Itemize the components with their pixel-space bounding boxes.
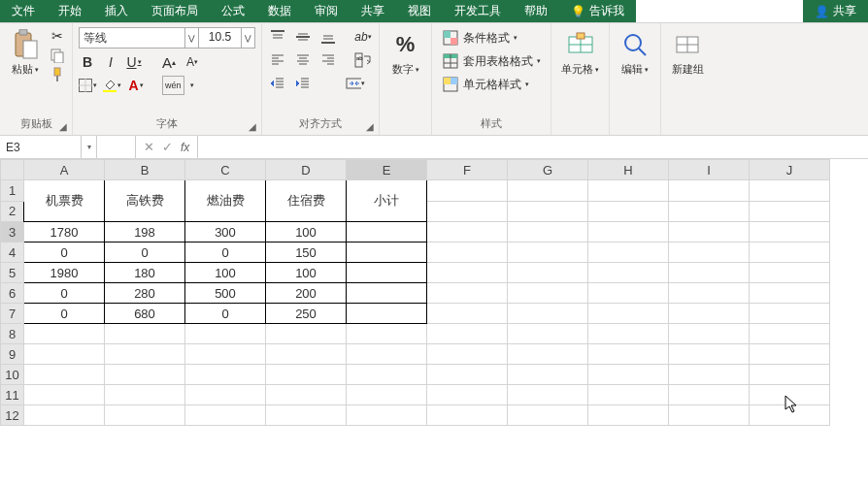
cell[interactable]	[669, 263, 750, 283]
cell[interactable]	[508, 180, 588, 202]
name-box[interactable]: E3	[0, 136, 82, 158]
cell[interactable]	[588, 365, 669, 385]
column-header[interactable]: B	[105, 160, 185, 180]
table-data-cell[interactable]: 180	[105, 263, 185, 283]
cell[interactable]	[347, 344, 427, 365]
column-header[interactable]: G	[508, 160, 588, 180]
column-header[interactable]: I	[669, 160, 750, 180]
italic-button[interactable]: I	[102, 52, 119, 72]
font-name-dropdown[interactable]: ⋁	[185, 27, 199, 48]
cell[interactable]	[266, 344, 347, 365]
cell[interactable]	[588, 242, 669, 263]
cell[interactable]	[427, 263, 508, 283]
table-data-cell[interactable]	[347, 242, 427, 263]
cell[interactable]	[24, 385, 105, 405]
cell[interactable]	[427, 385, 508, 405]
font-color-button[interactable]: A▾	[127, 76, 145, 95]
table-header-cell[interactable]: 小计	[347, 180, 427, 222]
cell[interactable]	[669, 201, 750, 222]
cell[interactable]	[105, 344, 185, 365]
cell[interactable]	[750, 304, 830, 324]
select-all-corner[interactable]	[1, 160, 24, 180]
cell[interactable]	[427, 365, 508, 385]
column-header[interactable]: C	[185, 160, 266, 180]
cell[interactable]	[427, 180, 508, 202]
align-right-button[interactable]	[318, 50, 338, 70]
align-center-button[interactable]	[293, 50, 313, 70]
table-header-cell[interactable]: 燃油费	[185, 180, 266, 222]
cell[interactable]	[669, 365, 750, 385]
format-as-table-button[interactable]: 套用表格格式 ▾	[438, 50, 545, 72]
borders-button[interactable]: ▾	[79, 76, 97, 95]
font-dialog-launcher[interactable]: ◢	[246, 119, 259, 133]
cell[interactable]	[105, 324, 185, 344]
row-header[interactable]: 1	[1, 180, 24, 202]
tab-formulas[interactable]: 公式	[210, 0, 256, 22]
cell[interactable]	[508, 304, 588, 324]
tab-view[interactable]: 视图	[396, 0, 443, 22]
cell[interactable]	[669, 283, 750, 304]
column-header[interactable]: J	[750, 160, 830, 180]
cell[interactable]	[750, 201, 830, 222]
cell[interactable]	[669, 222, 750, 242]
cell[interactable]	[105, 385, 185, 405]
worksheet-grid[interactable]: ABCDEFGHIJ1机票费高铁费燃油费住宿费小计231780198300100…	[0, 159, 868, 426]
table-header-cell[interactable]: 住宿费	[266, 180, 347, 222]
copy-button[interactable]	[49, 47, 66, 64]
table-data-cell[interactable]: 0	[24, 242, 105, 263]
table-data-cell[interactable]: 0	[105, 242, 185, 263]
row-header[interactable]: 3	[1, 222, 24, 242]
tab-help[interactable]: 帮助	[513, 0, 559, 22]
cell[interactable]	[669, 344, 750, 365]
merge-button[interactable]: ▾	[346, 74, 365, 93]
cell[interactable]	[750, 222, 830, 242]
wrap-text-button[interactable]: ab	[353, 50, 373, 70]
align-bottom-button[interactable]	[318, 27, 338, 47]
share-button[interactable]: 👤 共享	[803, 0, 868, 22]
cell[interactable]	[347, 324, 427, 344]
tab-review[interactable]: 审阅	[303, 0, 350, 22]
cell[interactable]	[750, 283, 830, 304]
tab-file[interactable]: 文件	[0, 0, 47, 22]
cell[interactable]	[588, 324, 669, 344]
cell[interactable]	[185, 365, 266, 385]
cell[interactable]	[588, 385, 669, 405]
cell[interactable]	[508, 365, 588, 385]
cell[interactable]	[347, 405, 427, 426]
cell[interactable]	[185, 385, 266, 405]
tab-tell-me[interactable]: 💡 告诉我	[559, 0, 636, 22]
cell[interactable]	[427, 201, 508, 222]
table-data-cell[interactable]: 280	[105, 283, 185, 304]
paste-button[interactable]: 粘贴 ▾	[6, 27, 45, 79]
table-data-cell[interactable]: 0	[185, 304, 266, 324]
table-data-cell[interactable]: 0	[24, 304, 105, 324]
cell[interactable]	[588, 405, 669, 426]
tab-share[interactable]: 共享	[350, 0, 396, 22]
orientation-button[interactable]: ab▾	[353, 27, 373, 47]
cell[interactable]	[669, 405, 750, 426]
underline-button[interactable]: U▾	[125, 52, 143, 72]
cell[interactable]	[588, 222, 669, 242]
table-data-cell[interactable]: 0	[185, 242, 266, 263]
table-data-cell[interactable]: 300	[185, 222, 266, 242]
table-data-cell[interactable]	[347, 222, 427, 242]
table-data-cell[interactable]: 198	[105, 222, 185, 242]
format-painter-button[interactable]	[49, 66, 66, 83]
font-size-input[interactable]: 10.5	[199, 27, 242, 48]
table-data-cell[interactable]: 150	[266, 242, 347, 263]
cell[interactable]	[750, 242, 830, 263]
name-box-dropdown[interactable]: ▾	[82, 136, 97, 158]
cell[interactable]	[669, 180, 750, 202]
decrease-indent-button[interactable]	[268, 74, 287, 93]
cell[interactable]	[266, 365, 347, 385]
cell[interactable]	[588, 180, 669, 202]
clipboard-dialog-launcher[interactable]: ◢	[56, 119, 70, 133]
table-data-cell[interactable]	[347, 283, 427, 304]
row-header[interactable]: 7	[1, 304, 24, 324]
cell[interactable]	[185, 405, 266, 426]
editing-button[interactable]: 编辑▾	[616, 27, 654, 79]
cell[interactable]	[508, 324, 588, 344]
cell[interactable]	[24, 324, 105, 344]
cell[interactable]	[105, 405, 185, 426]
new-group-button[interactable]: 新建组	[668, 27, 708, 79]
